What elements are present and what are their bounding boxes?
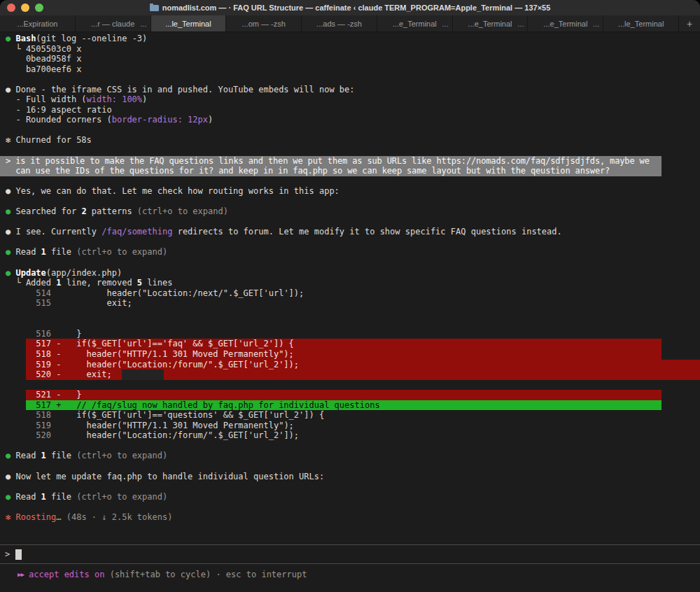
- terminal-line: ● Read 1 file (ctrl+o to expand): [0, 492, 700, 502]
- terminal-line: [0, 380, 700, 390]
- terminal-line: ● Done - the iframe CSS is in and pushed…: [0, 85, 700, 95]
- terminal-line: ● Now let me update faq.php to handle in…: [0, 472, 700, 482]
- terminal-line: 520 - exit;: [0, 369, 700, 380]
- terminal-output: ● Bash(git log --oneline -3) └ 4505503c0…: [0, 34, 700, 522]
- terminal-line: - Full width (width: 100%): [0, 94, 700, 105]
- terminal-line: 516 }: [0, 329, 700, 339]
- status-mode: accept edits on: [24, 570, 105, 579]
- tab-label: ...e_Terminal: [393, 20, 437, 28]
- terminal-line: [0, 441, 700, 451]
- tab-label: ...e_Terminal: [468, 20, 512, 28]
- terminal-line: ✻ Churned for 58s: [0, 135, 700, 146]
- terminal-line: ● Yes, we can do that. Let me check how …: [0, 186, 700, 197]
- tab-label: ...ads — -zsh: [316, 20, 362, 28]
- tab-bar: ...Expiration...r — claude......le_Termi…: [0, 15, 700, 32]
- tab-2[interactable]: ...r — claude...: [76, 15, 151, 31]
- terminal-line: 518 - header("HTTP/1.1 301 Moved Permane…: [0, 349, 700, 360]
- text-cursor: [15, 549, 22, 560]
- terminal-line: 521 - }: [0, 390, 700, 400]
- terminal-line: ✻ Roosting… (48s · ↓ 2.5k tokens): [0, 512, 700, 523]
- terminal-line: [0, 309, 700, 319]
- terminal-line: [0, 217, 700, 227]
- terminal-line: ● Searched for 2 patterns (ctrl+o to exp…: [0, 206, 700, 217]
- terminal-line: 517 - if($_GET['url']=='faq' && $_GET['u…: [0, 339, 700, 349]
- tab-label: ...le_Terminal: [165, 20, 211, 28]
- tab-1[interactable]: ...Expiration: [0, 15, 76, 31]
- zoom-button[interactable]: [35, 3, 43, 12]
- tab-activity-indicator: ...: [442, 20, 449, 28]
- terminal-line: [0, 146, 700, 156]
- terminal-line: - Rounded corners (border-radius: 12px): [0, 115, 700, 125]
- terminal-line: 518 if($_GET['url']=='questions' && $_GE…: [0, 410, 700, 421]
- tab-label: ...Expiration: [17, 20, 57, 28]
- tab-6[interactable]: ...e_Terminal...: [377, 15, 453, 31]
- window-controls: [7, 3, 43, 12]
- tab-label: ...e_Terminal: [543, 20, 587, 28]
- tab-activity-indicator: ...: [517, 20, 524, 28]
- folder-proxy-icon: [150, 5, 159, 11]
- tab-7[interactable]: ...e_Terminal...: [453, 15, 528, 31]
- tab-5[interactable]: ...ads — -zsh: [302, 15, 377, 31]
- terminal-window: nomadlist.com — · FAQ URL Structure — ca…: [0, 0, 700, 592]
- terminal-line: 517 + // /faq/slug now handled by faq.ph…: [0, 400, 700, 411]
- status-hint: (shift+tab to cycle) · esc to interrupt: [104, 570, 307, 579]
- terminal-line: 515 exit;: [0, 298, 700, 309]
- terminal-line: [0, 237, 700, 248]
- minimize-button[interactable]: [21, 3, 29, 12]
- terminal-line: 520 header("Location:/forum/".$_GET['url…: [0, 430, 700, 441]
- terminal-line: ● Bash(git log --oneline -3): [0, 34, 700, 44]
- terminal-line: 514 header("Location:/next/".$_GET['url'…: [0, 288, 700, 299]
- status-bar: ▶▶ accept edits on (shift+tab to cycle) …: [0, 568, 700, 581]
- title-bar: nomadlist.com — · FAQ URL Structure — ca…: [0, 0, 700, 15]
- window-title-text: nomadlist.com — · FAQ URL Structure — ca…: [162, 3, 551, 12]
- tab-activity-indicator: ...: [140, 20, 146, 28]
- terminal-line: └ Added 1 line, removed 5 lines: [0, 278, 700, 288]
- terminal-line: ● Read 1 file (ctrl+o to expand): [0, 247, 700, 258]
- tab-label: ...r — claude: [91, 20, 134, 28]
- tab-3[interactable]: ...le_Terminal: [151, 15, 227, 31]
- new-tab-button[interactable]: +: [679, 15, 700, 31]
- prompt-chevron: >: [5, 549, 10, 559]
- terminal-line: ba700eef6 x: [0, 64, 700, 75]
- terminal-line: [0, 502, 700, 512]
- terminal-line: [0, 481, 700, 492]
- tab-activity-indicator: ...: [593, 20, 599, 28]
- terminal-line: ● Update(app/index.php): [0, 268, 700, 279]
- tab-label: ...le_Terminal: [618, 20, 664, 28]
- terminal-line: > is it possible to make the FAQ questio…: [0, 156, 700, 167]
- terminal-line: 0bead958f x: [0, 54, 700, 64]
- tab-4[interactable]: ...om — -zsh: [226, 15, 302, 31]
- terminal-line: ● Read 1 file (ctrl+o to expand): [0, 451, 700, 461]
- terminal-line: [0, 125, 700, 136]
- terminal-line: - 16:9 aspect ratio: [0, 105, 700, 115]
- accept-edits-arrows-icon: ▶▶: [18, 571, 24, 578]
- terminal-line: [0, 176, 700, 187]
- tab-label: ...om — -zsh: [242, 20, 286, 28]
- terminal-line: [0, 258, 700, 268]
- terminal-line: └ 4505503c0 x: [0, 44, 700, 55]
- terminal-line: [0, 74, 700, 85]
- window-title: nomadlist.com — · FAQ URL Structure — ca…: [150, 3, 551, 12]
- tab-8[interactable]: ...e_Terminal...: [528, 15, 603, 31]
- terminal-line: [0, 197, 700, 207]
- terminal-line: [0, 461, 700, 472]
- terminal-line: [0, 318, 700, 329]
- terminal-line: 519 header("HTTP/1.1 301 Moved Permanent…: [0, 421, 700, 431]
- terminal-line: can use the IDs of the questions for it?…: [0, 166, 700, 176]
- terminal-line: 519 - header("Location:/forum/".$_GET['u…: [0, 360, 700, 370]
- tab-9[interactable]: ...le_Terminal: [603, 15, 679, 31]
- close-button[interactable]: [7, 3, 15, 12]
- terminal-line: ● I see. Currently /faq/something redire…: [0, 227, 700, 237]
- prompt-input-box[interactable]: >: [0, 544, 700, 564]
